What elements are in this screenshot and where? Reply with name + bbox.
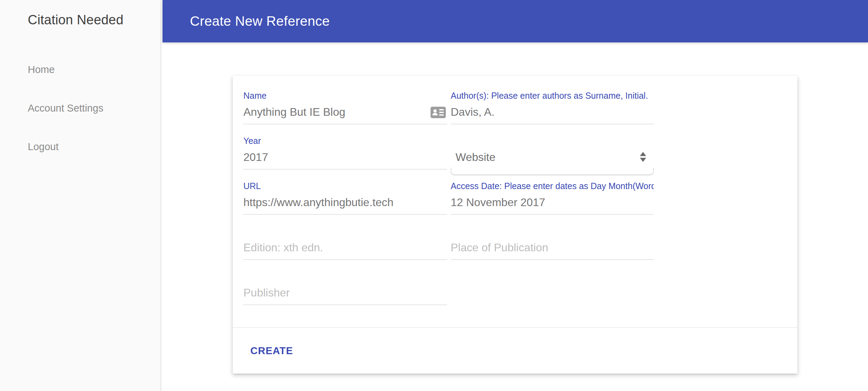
arrow-up-icon [640,152,646,156]
reference-form-card: Name Author(s): Please enter authors as … [233,76,798,374]
publisher-input[interactable] [243,284,447,305]
place-label-spacer [451,226,654,239]
sidebar-nav: Home Account Settings Logout [0,64,160,152]
edition-input[interactable] [243,239,447,260]
url-input[interactable] [243,194,447,215]
empty-cell [451,271,654,316]
authors-input[interactable] [451,103,654,124]
sidebar: Citation Needed Home Account Settings Lo… [0,0,161,391]
url-field: URL [243,181,447,226]
access-date-field: Access Date: Please enter dates as Day M… [451,181,654,226]
authors-field: Author(s): Please enter authors as Surna… [451,90,654,136]
select-border [451,168,654,175]
sidebar-item-home[interactable]: Home [28,64,160,75]
arrow-down-icon [640,158,646,162]
select-spinner-icon [640,152,646,162]
card-footer: CREATE [233,327,798,374]
reference-type-field: Website [451,136,654,181]
year-field: Year [243,136,447,181]
access-date-input[interactable] [451,194,654,215]
name-label: Name [243,90,447,103]
reference-type-select[interactable]: Website [451,148,654,181]
publisher-label-spacer [243,271,447,284]
sidebar-item-account-settings[interactable]: Account Settings [28,103,160,114]
reference-form: Name Author(s): Please enter authors as … [233,76,798,327]
create-button[interactable]: CREATE [250,345,293,357]
authors-label: Author(s): Please enter authors as Surna… [451,90,654,103]
sidebar-item-logout[interactable]: Logout [28,141,160,152]
year-label: Year [243,136,447,148]
edition-label-spacer [243,226,447,239]
contact-card-icon[interactable] [431,107,446,118]
year-input[interactable] [243,148,447,170]
place-of-publication-field [451,226,654,271]
place-of-publication-input[interactable] [451,239,654,260]
page-title: Create New Reference [190,14,330,29]
publisher-field [243,271,447,316]
app-title: Citation Needed [28,13,160,27]
name-field: Name [243,90,447,136]
page-header: Create New Reference [162,0,868,42]
name-input[interactable] [243,103,447,124]
edition-field [243,226,447,271]
url-label: URL [243,181,447,194]
reference-type-value: Website [456,151,495,164]
access-date-label: Access Date: Please enter dates as Day M… [451,181,654,194]
